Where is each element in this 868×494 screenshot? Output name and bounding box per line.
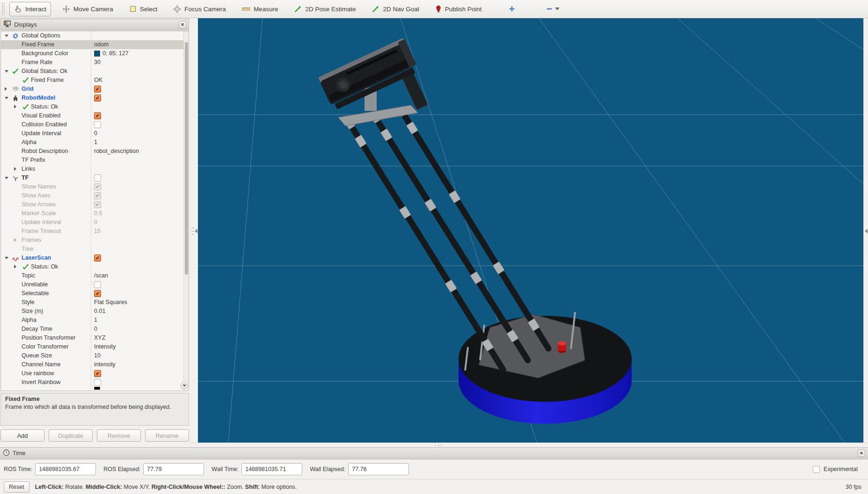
tree-row-queue-size[interactable]: Queue Size10 xyxy=(1,351,189,360)
property-value[interactable]: Flat Squares xyxy=(91,298,183,307)
property-value[interactable] xyxy=(91,280,183,289)
tree-row-grid[interactable]: Grid✔ xyxy=(1,85,189,94)
tree-row-fixed-frame[interactable]: Fixed FrameOK xyxy=(1,76,189,85)
time-panel-header[interactable]: Time ✕ xyxy=(0,448,868,459)
tree-scrollbar[interactable] xyxy=(183,31,189,391)
enable-checkbox[interactable]: ✔ xyxy=(94,183,101,190)
tree-row-frames[interactable]: Frames xyxy=(1,236,189,245)
tree-row-unreliable[interactable]: Unreliable xyxy=(1,280,189,289)
enable-checkbox[interactable]: ✔ xyxy=(94,254,101,262)
tool-button-measure[interactable]: Measure xyxy=(237,2,283,16)
tool-button-2d-pose-estimate[interactable]: 2D Pose Estimate xyxy=(289,2,360,16)
tool-button-select[interactable]: Select xyxy=(124,2,162,16)
enable-checkbox[interactable]: ✔ xyxy=(94,201,101,208)
tree-row-use-rainbow[interactable]: Use rainbow✔ xyxy=(1,369,189,378)
property-value[interactable]: 15 xyxy=(91,227,183,236)
tree-row-tf-prefix[interactable]: TF Prefix xyxy=(1,156,189,165)
property-value[interactable]: ✔ xyxy=(91,85,183,94)
wall-time-input[interactable]: 1488981035.71 xyxy=(241,463,302,475)
property-value[interactable]: ✔ xyxy=(91,182,183,191)
tree-row-alpha[interactable]: Alpha1 xyxy=(1,138,189,147)
property-value[interactable]: 0.5 xyxy=(91,209,183,218)
ros-time-input[interactable]: 1488981035.67 xyxy=(35,463,96,475)
property-value[interactable] xyxy=(91,245,183,254)
tree-row-size-m-[interactable]: Size (m)0.01 xyxy=(1,307,189,316)
property-value[interactable] xyxy=(91,31,183,40)
tree-row-visual-enabled[interactable]: Visual Enabled✔ xyxy=(1,111,189,120)
tree-row-background-color[interactable]: Background Color0; 85; 127 xyxy=(1,49,189,58)
property-value[interactable] xyxy=(91,174,183,182)
collapse-left-icon[interactable] xyxy=(195,229,197,233)
experimental-checkbox[interactable] xyxy=(813,466,820,473)
tree-row-robot-description[interactable]: Robot Descriptionrobot_description xyxy=(1,147,189,156)
enable-checkbox[interactable] xyxy=(94,121,101,128)
tree-row-global-options[interactable]: Global Options xyxy=(1,31,189,40)
enable-checkbox[interactable]: ✔ xyxy=(94,370,101,377)
ros-elapsed-input[interactable]: 77.79 xyxy=(143,463,204,475)
tree-row-show-arrows[interactable]: Show Arrows✔ xyxy=(1,200,189,209)
expand-arrow-icon[interactable] xyxy=(5,257,8,259)
tree-row-alpha[interactable]: Alpha1 xyxy=(1,316,189,325)
add-button[interactable]: Add xyxy=(0,429,44,442)
property-value[interactable] xyxy=(91,262,183,271)
property-value[interactable] xyxy=(91,165,183,174)
enable-checkbox[interactable]: ✔ xyxy=(94,112,101,119)
right-splitter[interactable] xyxy=(863,18,868,447)
tree-row-marker-scale[interactable]: Marker Scale0.5 xyxy=(1,209,189,218)
enable-checkbox[interactable]: ✔ xyxy=(94,86,101,93)
tree-row-global-status-ok[interactable]: Global Status: Ok xyxy=(1,67,189,76)
remove-tool-button[interactable] xyxy=(541,2,564,16)
property-value[interactable]: 10 xyxy=(91,351,183,360)
expand-arrow-icon[interactable] xyxy=(5,97,8,99)
tree-row-collision-enabled[interactable]: Collision Enabled xyxy=(1,120,189,129)
enable-checkbox[interactable]: ✔ xyxy=(94,94,101,102)
enable-checkbox[interactable] xyxy=(94,174,101,182)
property-value[interactable]: ✔ xyxy=(91,111,183,120)
collapse-arrow-icon[interactable] xyxy=(5,87,7,91)
wall-elapsed-input[interactable]: 77.76 xyxy=(348,463,409,475)
bottom-splitter[interactable] xyxy=(190,443,868,447)
property-value[interactable]: XYZ xyxy=(91,334,183,342)
property-value[interactable]: 1 xyxy=(91,316,183,325)
tree-row-frame-rate[interactable]: Frame Rate30 xyxy=(1,58,189,67)
add-tool-button[interactable] xyxy=(503,2,520,16)
tool-button-publish-point[interactable]: Publish Point xyxy=(430,2,487,16)
collapse-right-icon[interactable] xyxy=(865,229,868,233)
tree-row-partial[interactable] xyxy=(1,387,189,390)
property-value[interactable]: ✔ xyxy=(91,191,183,200)
collapse-arrow-icon[interactable] xyxy=(14,265,16,269)
property-value[interactable]: ✔ xyxy=(91,254,183,262)
property-value[interactable]: /scan xyxy=(91,271,183,280)
panel-splitter[interactable] xyxy=(190,18,198,447)
expand-arrow-icon[interactable] xyxy=(5,35,8,37)
property-value[interactable]: ✔ xyxy=(91,200,183,209)
3d-viewport[interactable] xyxy=(198,18,863,443)
tree-row-frame-timeout[interactable]: Frame Timeout15 xyxy=(1,227,189,236)
property-value[interactable]: ✔ xyxy=(91,289,183,298)
tree-scrollbar-thumb[interactable] xyxy=(185,42,188,275)
property-value[interactable]: robot_description xyxy=(91,147,183,156)
tree-row-style[interactable]: StyleFlat Squares xyxy=(1,298,189,307)
tree-scroll-down-button[interactable] xyxy=(181,382,188,389)
property-value[interactable]: 0; 85; 127 xyxy=(91,49,183,58)
property-value[interactable]: odom xyxy=(91,40,183,49)
tree-row-color-transformer[interactable]: Color TransformerIntensity xyxy=(1,342,189,351)
toolbar-drag-handle[interactable] xyxy=(2,3,5,15)
reset-button[interactable]: Reset xyxy=(4,481,29,493)
displays-panel-header[interactable]: Displays ✕ xyxy=(0,19,189,30)
property-value[interactable] xyxy=(91,387,183,390)
tool-button-interact[interactable]: Interact xyxy=(9,2,51,16)
property-value[interactable] xyxy=(91,378,183,387)
tree-row-decay-time[interactable]: Decay Time0 xyxy=(1,325,189,334)
tree-row-update-interval[interactable]: Update Interval0 xyxy=(1,218,189,227)
property-value[interactable]: 0.01 xyxy=(91,307,183,316)
enable-checkbox[interactable]: ✔ xyxy=(94,290,101,297)
tool-button-focus-camera[interactable]: Focus Camera xyxy=(168,2,231,16)
collapse-arrow-icon[interactable] xyxy=(14,167,16,171)
3d-scene[interactable] xyxy=(198,18,863,443)
property-value[interactable]: intensity xyxy=(91,360,183,369)
collapse-arrow-icon[interactable] xyxy=(14,105,16,109)
property-value[interactable] xyxy=(91,156,183,165)
property-value[interactable]: ✔ xyxy=(91,369,183,378)
tree-row-links[interactable]: Links xyxy=(1,165,189,174)
